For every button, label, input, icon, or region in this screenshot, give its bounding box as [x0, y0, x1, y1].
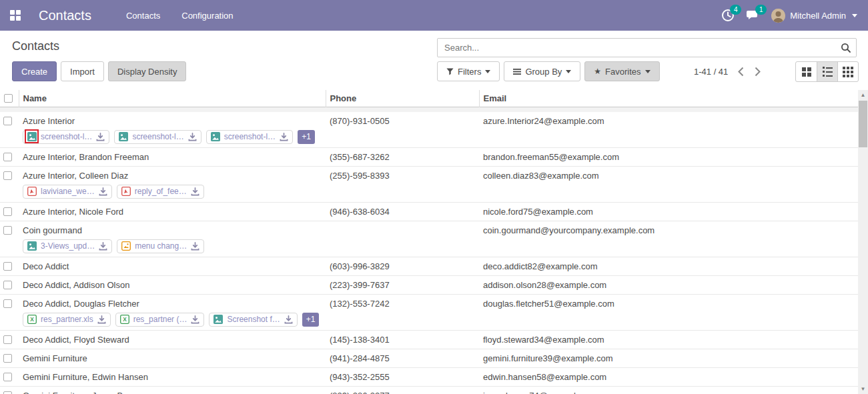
select-all-checkbox[interactable]	[4, 94, 13, 103]
create-button[interactable]: Create	[12, 61, 57, 81]
contact-email: douglas.fletcher51@example.com	[479, 294, 858, 330]
download-icon[interactable]	[191, 242, 199, 251]
user-menu[interactable]: Mitchell Admin	[771, 9, 857, 23]
contact-name: Gemini Furniture	[23, 353, 322, 364]
download-icon[interactable]	[99, 187, 107, 196]
column-header-phone[interactable]: Phone	[326, 90, 479, 107]
row-checkbox[interactable]	[3, 171, 12, 180]
more-attachments-badge[interactable]: +1	[298, 130, 315, 144]
row-checkbox[interactable]	[3, 226, 12, 235]
table-row[interactable]: Gemini Furniture, Edwin Hansen(943)-352-…	[0, 367, 858, 386]
messages-icon[interactable]: 1	[746, 8, 762, 23]
row-checkbox[interactable]	[3, 207, 12, 216]
vertical-scrollbar[interactable]: ▲ ▼	[858, 90, 868, 394]
pager-next-icon[interactable]	[754, 67, 761, 77]
pdf-file-icon	[121, 187, 131, 196]
image-file-icon	[211, 132, 220, 141]
row-checkbox[interactable]	[3, 391, 12, 394]
row-checkbox[interactable]	[3, 299, 12, 308]
table-row[interactable]: Deco Addict, Douglas FletcherXres_partne…	[0, 294, 858, 330]
table-row[interactable]: Azure Interiorscreenshot-l…screenshot-l……	[0, 112, 858, 148]
row-checkbox[interactable]	[3, 354, 12, 363]
scroll-down-icon[interactable]: ▼	[858, 384, 868, 394]
attachment-filename[interactable]: screenshot-l…	[132, 132, 183, 141]
table-row[interactable]: Deco Addict, Addison Olson(223)-399-7637…	[0, 275, 858, 294]
user-avatar	[771, 9, 785, 23]
list-view-icon[interactable]	[817, 62, 837, 81]
download-icon[interactable]	[99, 242, 107, 251]
row-checkbox[interactable]	[3, 262, 12, 271]
attachment-chip[interactable]: screenshot-l…	[114, 130, 201, 144]
attachment-chip[interactable]: Screenshot f…	[209, 313, 297, 327]
attachment-filename[interactable]: screenshot-l…	[224, 132, 276, 141]
attachment-chips: Xres_partner.xlsXres_partner (…Screensho…	[23, 313, 322, 327]
favorites-button[interactable]: ★ Favorites	[584, 61, 659, 81]
contact-phone: (355)-687-3262	[326, 147, 479, 166]
table-row[interactable]: Azure Interior, Brandon Freeman(355)-687…	[0, 147, 858, 166]
row-checkbox[interactable]	[3, 335, 12, 344]
attachment-chip[interactable]: laviviane_we…	[23, 185, 112, 199]
table-row[interactable]: Coin gourmand3-Views_upd…menu chang…coin…	[0, 221, 858, 257]
attachment-filename[interactable]: Screenshot f…	[227, 315, 280, 324]
kanban-view-icon[interactable]	[796, 62, 817, 81]
attachment-chip[interactable]: screenshot-l…	[23, 130, 109, 144]
table-row[interactable]: Deco Addict(603)-996-3829deco.addict82@e…	[0, 257, 858, 275]
attachment-chip[interactable]: 3-Views_upd…	[23, 239, 112, 253]
contact-name: Azure Interior	[23, 116, 322, 127]
row-checkbox[interactable]	[3, 117, 12, 125]
contacts-app-screen: Contacts Contacts Configuration 4 1 Mitc…	[0, 0, 868, 394]
apps-grid-icon[interactable]	[0, 0, 31, 31]
attachment-filename[interactable]: menu chang…	[135, 241, 187, 251]
display-density-button[interactable]: Display Density	[108, 61, 187, 81]
pager-previous-icon[interactable]	[737, 67, 745, 77]
header-spacer	[0, 107, 858, 112]
magnifier-icon[interactable]	[836, 43, 856, 53]
column-header-name[interactable]: Name	[19, 90, 326, 107]
row-checkbox[interactable]	[3, 373, 12, 381]
chevron-down-icon	[645, 70, 650, 73]
contact-email: edwin.hansen58@example.com	[479, 367, 858, 386]
contact-email: deco.addict82@example.com	[479, 257, 858, 275]
download-icon[interactable]	[97, 315, 106, 324]
row-checkbox[interactable]	[3, 153, 12, 161]
attachment-filename[interactable]: screenshot-l…	[41, 132, 92, 141]
scroll-up-icon[interactable]: ▲	[858, 90, 868, 100]
table-row[interactable]: Azure Interior, Colleen Diazlaviviane_we…	[0, 166, 858, 202]
activity-clock-icon[interactable]: 4	[721, 8, 737, 23]
attachment-filename[interactable]: laviviane_we…	[41, 187, 95, 196]
table-row[interactable]: Deco Addict, Floyd Steward(145)-138-3401…	[0, 330, 858, 349]
grid-view-icon[interactable]	[837, 62, 858, 81]
attachment-chip[interactable]: screenshot-l…	[206, 130, 293, 144]
download-icon[interactable]	[188, 133, 197, 141]
attachment-filename[interactable]: reply_of_fee…	[135, 187, 187, 196]
download-icon[interactable]	[284, 315, 293, 324]
download-icon[interactable]	[191, 187, 199, 196]
scrollbar-thumb[interactable]	[859, 101, 867, 147]
attachment-chip[interactable]: Xres_partner.xls	[23, 313, 111, 327]
contact-name: Azure Interior, Brandon Freeman	[23, 152, 322, 163]
contact-name: Deco Addict, Addison Olson	[23, 280, 322, 291]
menu-item-configuration[interactable]: Configuration	[173, 7, 241, 25]
download-icon[interactable]	[280, 133, 288, 141]
attachment-chip[interactable]: menu chang…	[117, 239, 204, 253]
attachment-filename[interactable]: res_partner.xls	[41, 315, 93, 324]
row-checkbox[interactable]	[3, 281, 12, 289]
download-icon[interactable]	[96, 133, 105, 141]
attachment-filename[interactable]: 3-Views_upd…	[41, 241, 95, 251]
more-attachments-badge[interactable]: +1	[302, 313, 320, 327]
import-button[interactable]: Import	[61, 61, 104, 81]
search-input[interactable]	[438, 43, 836, 53]
download-icon[interactable]	[191, 315, 199, 324]
column-header-email[interactable]: Email	[479, 90, 858, 107]
contact-email: addison.olson28@example.com	[479, 275, 858, 294]
group-by-button[interactable]: Group By	[504, 61, 580, 81]
table-row[interactable]: Gemini Furniture(941)-284-4875gemini.fur…	[0, 349, 858, 367]
menu-item-contacts[interactable]: Contacts	[118, 7, 168, 25]
attachment-chip[interactable]: Xres_partner (…	[115, 313, 205, 327]
contact-phone: (829)-386-3277	[326, 386, 479, 394]
table-row[interactable]: Gemini Furniture, Jesse Brownjjpoc.odtjj…	[0, 386, 858, 394]
attachment-chip[interactable]: reply_of_fee…	[117, 185, 204, 199]
filters-button[interactable]: Filters	[437, 61, 500, 81]
attachment-filename[interactable]: res_partner (…	[133, 315, 187, 324]
table-row[interactable]: Azure Interior, Nicole Ford(946)-638-603…	[0, 202, 858, 221]
